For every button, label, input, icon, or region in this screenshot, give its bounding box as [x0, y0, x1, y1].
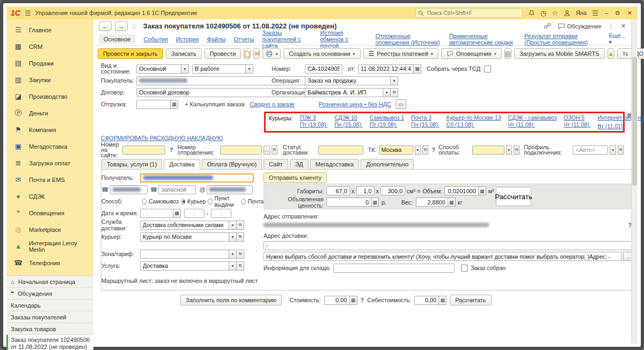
post-button[interactable]: Провести — [204, 48, 241, 59]
address-to-input[interactable] — [264, 241, 634, 250]
connection-profile-input[interactable] — [573, 145, 608, 155]
tk-help[interactable]: ? — [431, 147, 435, 153]
shipment-date-input[interactable] — [136, 100, 171, 109]
tab-main[interactable]: Основное — [99, 34, 135, 44]
zone-open-button[interactable]: ⧉ — [236, 250, 244, 259]
sidebar-item-goods-purchase[interactable]: Закупка товаров — [6, 323, 93, 335]
order-kind-input[interactable] — [136, 64, 181, 74]
recipient-input[interactable] — [140, 173, 254, 183]
print-button[interactable]: ▾ — [262, 48, 281, 59]
delivery-status-input[interactable] — [318, 145, 363, 155]
courier-link-cdek[interactable]: СДЭК 10Пн (15.08): — [334, 114, 362, 128]
time-from-input[interactable] — [184, 209, 204, 218]
nav-events[interactable]: События — [143, 36, 167, 42]
global-search[interactable] — [415, 8, 523, 18]
volume-calc-button[interactable]: ▦ — [478, 186, 486, 195]
courier-link-pek[interactable]: ПЭК 3Пт (19.08): — [300, 114, 327, 128]
forward-button[interactable]: → — [115, 21, 128, 31]
comment-input[interactable] — [264, 252, 622, 261]
organization-open-button[interactable]: ⧉ — [390, 88, 398, 97]
notifications-bell-icon[interactable] — [528, 10, 535, 17]
taskbar-menu-icon[interactable]: ☰ — [592, 10, 598, 17]
sidebar-item-purchases[interactable]: ▥Закупки — [6, 71, 93, 88]
sidebar-item-sales[interactable]: ▤Продажи — [6, 55, 93, 71]
more-menu-icon[interactable]: ⋮ — [608, 23, 614, 30]
calculate-cost-button[interactable]: Рассчитать — [450, 295, 491, 305]
dim-height-input[interactable] — [380, 186, 405, 195]
cost-calc-button[interactable]: ▦ — [349, 296, 357, 305]
tsd-checkbox[interactable] — [484, 65, 491, 72]
payment-dropdown-button[interactable]: ▾ — [506, 145, 512, 155]
tk-input[interactable] — [379, 145, 413, 155]
delivery-date-input[interactable] — [140, 209, 173, 218]
selfcost-input[interactable] — [414, 296, 439, 305]
nav-files[interactable]: Файлы — [207, 36, 226, 42]
tab-goods-services[interactable]: Товары, услуги (1) — [101, 159, 162, 170]
profile-open-button[interactable]: ⧉ — [618, 145, 624, 155]
service-dropdown-button[interactable]: ▾ — [229, 221, 237, 230]
sidebar-item-production[interactable]: ◪Производство — [6, 88, 93, 105]
sidebar-item-active-order[interactable]: Заказ покупателя 102490506 от 11.08.2022… — [6, 335, 93, 350]
post-and-close-button[interactable]: Провести и закрыть — [98, 48, 163, 59]
tab-additional[interactable]: Дополнительно — [361, 159, 414, 170]
back-button[interactable]: ← — [99, 21, 112, 31]
restore-button[interactable]: ⧉ — [614, 10, 621, 17]
delivery-date-calendar-button[interactable]: ▦ — [173, 209, 181, 218]
nav-auto-discounts[interactable]: Примененные автоматические скидки — [449, 33, 516, 46]
dim-width-input[interactable] — [356, 186, 375, 195]
tab-delivery[interactable]: Доставка — [164, 159, 200, 170]
service-open-button[interactable]: ⧉ — [236, 221, 244, 230]
usluga-input[interactable] — [140, 261, 229, 271]
sidebar-item-crm[interactable]: ▦CRM — [6, 38, 93, 55]
order-summary-link[interactable]: Сводно о заказе — [250, 101, 295, 107]
save-button[interactable]: Записать — [166, 48, 202, 59]
cost-input[interactable] — [324, 296, 350, 305]
state-dropdown-button[interactable]: ▾ — [245, 64, 253, 74]
profile-dropdown-button[interactable]: ▾ — [610, 145, 616, 155]
nav-history[interactable]: История — [176, 36, 199, 42]
nav-send-result[interactable]: Результат отправки (Простые оповещения) — [524, 33, 601, 46]
tab-payment[interactable]: Оплата (Вручную) — [202, 159, 262, 170]
send-to-client-button[interactable]: Отправить клиенту — [264, 172, 327, 183]
site-number-help[interactable]: ? — [170, 147, 173, 153]
courier-dropdown-button[interactable]: ▾ — [229, 232, 237, 242]
radio-pickup[interactable] — [142, 199, 147, 205]
warehouse-info-input[interactable] — [333, 264, 455, 273]
shipment-number-input[interactable] — [220, 145, 262, 155]
send-email-button[interactable]: ✉ — [253, 48, 260, 59]
declared-calc-button[interactable]: ▦ — [371, 198, 379, 207]
selfcost-calc-button[interactable]: ▦ — [438, 296, 447, 305]
document-button[interactable]: ▤ — [504, 48, 511, 59]
delivery-service-input[interactable] — [140, 221, 229, 230]
order-date-input[interactable] — [358, 64, 414, 74]
organization-input[interactable] — [305, 88, 383, 97]
tk-open-button[interactable]: ⧉ — [422, 145, 428, 155]
file-attach-button[interactable] — [244, 48, 251, 59]
current-user-name[interactable]: Яна — [576, 10, 587, 16]
favorites-star-icon[interactable]: ☆ — [552, 10, 558, 17]
shipment-number-select-button[interactable]: ... — [264, 145, 269, 155]
search-input[interactable] — [426, 10, 520, 17]
date-calendar-button[interactable]: ▦ — [413, 64, 421, 74]
close-document-icon[interactable]: ✕ — [621, 23, 626, 30]
sidebar-item-marketplace[interactable]: ◎Marketplace — [6, 221, 93, 238]
courier-link-ozon[interactable]: ОЗОН 5Чт (11.08): — [564, 114, 590, 128]
sidebar-item-main[interactable]: ☰Главное — [6, 21, 93, 38]
sidebar-item-payments-upload[interactable]: ≣Загрузка оплат — [6, 155, 93, 171]
phone-main-input[interactable] — [110, 185, 148, 194]
phone-backup-input[interactable] — [158, 185, 196, 194]
shipment-calendar-button[interactable]: ▦ — [170, 100, 178, 109]
sidebar-item-leroy-merlin[interactable]: ▲Интеграция Leroy Merlin — [6, 238, 93, 254]
radio-post[interactable] — [241, 199, 246, 205]
sidebar-item-discussions[interactable]: ❝Обсуждения — [6, 288, 93, 300]
courier-open-button[interactable]: ⧉ — [236, 232, 244, 242]
minimize-button[interactable]: – — [604, 10, 609, 16]
calculate-dimensions-button[interactable]: Рассчитать — [496, 187, 531, 206]
weight-input[interactable] — [416, 198, 448, 207]
payment-open-button[interactable]: ⧉ — [514, 145, 519, 155]
fill-by-comment-button[interactable]: Заполнить поля по комментарию — [180, 295, 282, 305]
volume-input[interactable] — [444, 186, 479, 195]
radio-courier[interactable] — [181, 199, 185, 205]
organization-dropdown-button[interactable]: ▾ — [383, 88, 391, 97]
main-menu-icon[interactable]: ☰ — [25, 10, 31, 17]
